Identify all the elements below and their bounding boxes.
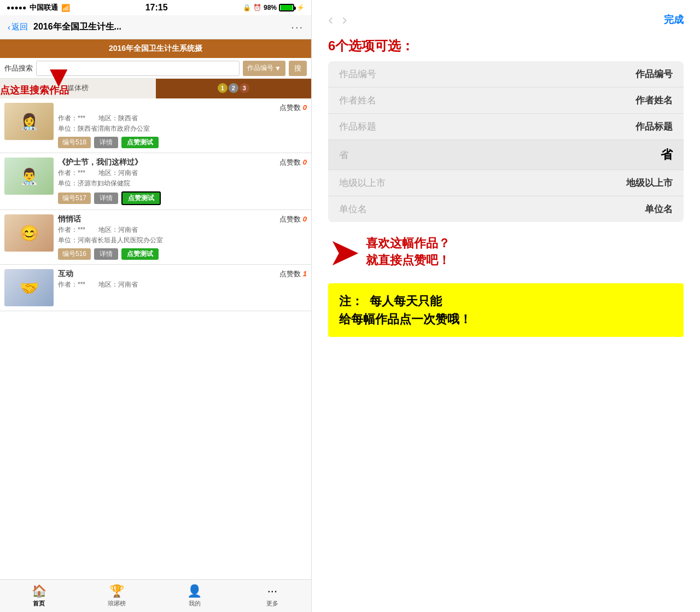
profile-icon: 👤 xyxy=(187,584,202,598)
search-input[interactable] xyxy=(36,61,240,76)
work-item: 👩‍⚕️ 点赞数 0 作者：*** 地区：陕西省 单位：陕西省渭南市政府办公室 … xyxy=(0,98,311,153)
picker-option-province[interactable]: 省 省 xyxy=(328,140,684,170)
tab-media[interactable]: 媒体榜 xyxy=(0,79,156,98)
wifi-icon: 📶 xyxy=(61,4,70,12)
work-id-button[interactable]: 编号518 xyxy=(58,137,91,148)
back-button[interactable]: ‹ 返回 xyxy=(8,22,28,32)
notice-box: 注： 每人每天只能给每幅作品点一次赞哦！ xyxy=(328,283,684,337)
picker-left-artwork-id: 作品编号 xyxy=(339,68,635,80)
medal-gold: 1 xyxy=(218,83,228,93)
work-detail-button[interactable]: 详情 xyxy=(94,248,118,260)
work-title: 《护士节，我们这样过》 xyxy=(58,158,142,167)
work-likes: 点赞数 0 xyxy=(279,158,307,167)
battery-percent: 98% xyxy=(264,4,277,11)
back-arrow-button[interactable]: ‹ xyxy=(328,11,333,28)
work-actions: 编号518 详情 点赞测试 xyxy=(58,137,307,148)
picker-left-work-title: 作品标题 xyxy=(339,120,635,133)
picker-option-city[interactable]: 地级以上市 地级以上市 xyxy=(328,170,684,196)
done-button[interactable]: 完成 xyxy=(664,13,684,26)
work-thumbnail: 👩‍⚕️ xyxy=(4,103,54,140)
work-unit: 单位：济源市妇幼保健院 xyxy=(58,179,307,188)
carrier-name: 中国联通 xyxy=(30,3,58,13)
work-title: 悄悄话 xyxy=(58,214,81,224)
back-label: 返回 xyxy=(11,22,28,32)
work-actions: 编号517 详情 点赞测试 xyxy=(58,191,307,205)
medal-silver: 2 xyxy=(229,83,238,93)
work-likes: 点赞数 0 xyxy=(279,214,307,224)
work-author: 作者：*** 地区：河南省 xyxy=(58,168,307,178)
bottom-tab-profile[interactable]: 👤 我的 xyxy=(156,580,234,612)
work-info: 点赞数 0 作者：*** 地区：陕西省 单位：陕西省渭南市政府办公室 编号518… xyxy=(58,103,307,148)
work-item: 👨‍⚕️ 《护士节，我们这样过》 点赞数 0 作者：*** 地区：河南省 单位：… xyxy=(0,153,311,210)
like-annotation-row: ➤ 喜欢这幅作品？就直接点赞吧！ xyxy=(328,233,684,271)
work-detail-button[interactable]: 详情 xyxy=(94,193,118,204)
work-unit: 单位：陕西省渭南市政府办公室 xyxy=(58,124,307,133)
signal-dots: ●●●●● xyxy=(7,4,26,11)
category-label: 作品编号 xyxy=(247,63,273,73)
phone-panel: ●●●●● 中国联通 📶 17:15 🔒 ⏰ 98% ⚡ ‹ 返回 2016年全… xyxy=(0,0,312,612)
work-unit: 单位：河南省长垣县人民医院办公室 xyxy=(58,236,307,245)
work-id-button[interactable]: 编号516 xyxy=(58,248,91,260)
work-author: 作者：*** 地区：河南省 xyxy=(58,225,307,235)
right-annotation: ➤ 喜欢这幅作品？就直接点赞吧！ 注： 每人每天只能给每幅作品点一次赞哦！ xyxy=(328,233,684,337)
work-item: 😊 悄悄话 点赞数 0 作者：*** 地区：河南省 单位：河南省长垣县人民医院办… xyxy=(0,210,311,265)
search-button[interactable]: 搜 xyxy=(289,61,307,76)
picker-option-artwork-id[interactable]: 作品编号 作品编号 xyxy=(328,61,684,88)
picker-option-author-name[interactable]: 作者姓名 作者姓名 xyxy=(328,88,684,114)
status-right: 🔒 ⏰ 98% ⚡ xyxy=(243,4,305,11)
status-left: ●●●●● 中国联通 📶 xyxy=(7,3,70,13)
phone-nav-bar: ‹ 返回 2016年全国卫生计生... ··· xyxy=(0,15,311,39)
work-like-button[interactable]: 点赞测试 xyxy=(121,137,159,148)
work-like-button[interactable]: 点赞测试 xyxy=(121,191,161,205)
picker-left-unit-name: 单位名 xyxy=(339,203,645,215)
work-thumbnail: 👨‍⚕️ xyxy=(4,158,54,195)
picker-right-province: 省 xyxy=(661,147,673,163)
bottom-tab-more[interactable]: ··· 更多 xyxy=(234,580,311,612)
bottom-tab-home[interactable]: 🏠 首页 xyxy=(0,580,78,612)
charging-icon: ⚡ xyxy=(296,4,305,11)
time-display: 17:15 xyxy=(145,3,168,13)
likes-count: 0 xyxy=(303,158,307,166)
lock-icon: 🔒 xyxy=(243,4,251,11)
work-info: 互动 点赞数 1 作者：*** 地区：河南省 xyxy=(58,269,307,306)
tab-media-label: 媒体榜 xyxy=(67,83,89,93)
work-detail-button[interactable]: 详情 xyxy=(94,137,118,148)
page-title: 2016年全国卫生计生... xyxy=(33,21,285,33)
work-title-row: 《护士节，我们这样过》 点赞数 0 xyxy=(58,158,307,167)
category-select-button[interactable]: 作品编号 ▼ xyxy=(243,61,285,76)
work-actions: 编号516 详情 点赞测试 xyxy=(58,248,307,260)
work-title: 互动 xyxy=(58,269,73,279)
more-icon: ··· xyxy=(267,584,277,598)
more-label: 更多 xyxy=(266,599,278,608)
forward-arrow-button[interactable]: › xyxy=(342,11,347,28)
picker-left-province: 省 xyxy=(339,149,661,161)
right-panel: ‹ › 完成 6个选项可选： 作品编号 作品编号 作者姓名 作者姓名 作品标题 … xyxy=(312,0,700,612)
status-bar: ●●●●● 中国联通 📶 17:15 🔒 ⏰ 98% ⚡ xyxy=(0,0,311,15)
medal-bronze: 3 xyxy=(240,83,249,93)
profile-label: 我的 xyxy=(189,599,201,608)
work-item: 🤝 互动 点赞数 1 作者：*** 地区：河南省 xyxy=(0,265,311,311)
picker-left-author-name: 作者姓名 xyxy=(339,94,635,107)
more-button[interactable]: ··· xyxy=(291,21,304,33)
like-annotation-text: 喜欢这幅作品？就直接点赞吧！ xyxy=(366,235,450,269)
battery-icon xyxy=(279,4,294,11)
bottom-tab-bar: 🏠 首页 🏆 琅琊榜 👤 我的 ··· 更多 xyxy=(0,579,311,612)
banner: 2016年全国卫生计生系统摄 xyxy=(0,39,311,58)
work-author: 作者：*** 地区：河南省 xyxy=(58,280,307,289)
work-thumbnail: 😊 xyxy=(4,214,54,252)
picker-left-city: 地级以上市 xyxy=(339,177,626,189)
medals-icon: 1 2 3 xyxy=(218,83,249,93)
bottom-tab-ranking[interactable]: 🏆 琅琊榜 xyxy=(78,580,155,612)
work-like-button[interactable]: 点赞测试 xyxy=(121,248,159,260)
picker-option-work-title[interactable]: 作品标题 作品标题 xyxy=(328,114,684,140)
picker-right-city: 地级以上市 xyxy=(626,177,673,189)
ranking-icon: 🏆 xyxy=(109,584,124,598)
likes-count: 1 xyxy=(303,270,307,278)
likes-count: 0 xyxy=(303,215,307,223)
picker-option-unit-name[interactable]: 单位名 单位名 xyxy=(328,196,684,222)
ranking-label: 琅琊榜 xyxy=(108,599,126,608)
tab-ranking[interactable]: 1 2 3 xyxy=(156,79,312,98)
nav-arrows: ‹ › xyxy=(328,11,347,28)
work-info: 悄悄话 点赞数 0 作者：*** 地区：河南省 单位：河南省长垣县人民医院办公室… xyxy=(58,214,307,260)
work-id-button[interactable]: 编号517 xyxy=(58,193,91,204)
